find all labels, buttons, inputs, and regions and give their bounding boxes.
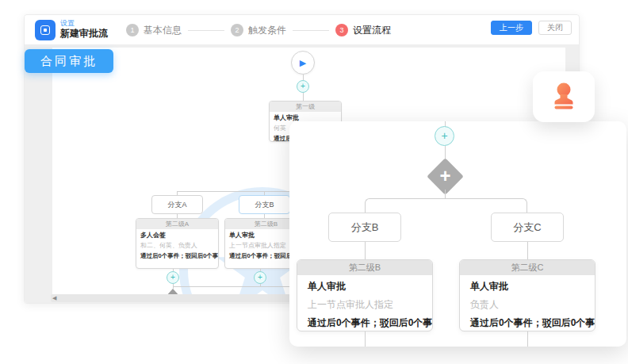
node-approval-type: 多人会签	[136, 229, 218, 239]
node-assignee: 和二、何英、负责人	[136, 239, 218, 250]
plus-icon: +	[301, 82, 305, 90]
scrollbar-left-icon: ◀	[52, 295, 56, 301]
branch-a-label: 分支A	[167, 200, 186, 210]
add-node-button[interactable]: +	[167, 271, 179, 284]
connector-line	[445, 190, 446, 198]
branch-connector-right	[445, 198, 527, 213]
step-1-label: 基本信息	[144, 24, 182, 37]
play-icon: ▶	[300, 58, 306, 68]
node-events: 通过后0个事件；驳回后0个事件	[297, 312, 432, 330]
plus-icon: +	[170, 273, 175, 282]
connector-line	[365, 242, 366, 259]
node-approval-type: 单人审批	[460, 275, 595, 293]
step-indicator: 1 基本信息 2 触发条件 3 设置流程	[126, 15, 391, 45]
page-title: 新建审批流	[60, 28, 108, 40]
approval-app-icon	[35, 20, 56, 40]
close-button[interactable]: 关闭	[538, 21, 572, 35]
stamp-mini-icon	[40, 25, 50, 35]
node-card-level2a[interactable]: 第二级A 多人会签 和二、何英、负责人 通过后0个事件；驳回后0个事件	[136, 218, 219, 269]
add-node-button[interactable]: +	[254, 271, 266, 284]
window-title-block: 设置 新建审批流	[60, 19, 108, 40]
node-card-header: 第一级	[270, 102, 341, 112]
step-basic-info[interactable]: 1 基本信息	[126, 24, 182, 37]
flow-name-label: 合同审批	[40, 54, 98, 69]
branch-b-label: 分支B	[351, 220, 379, 235]
node-card-level2c-large[interactable]: 第二级C 单人审批 负责人 通过后0个事件；驳回后0个事件	[459, 259, 595, 331]
step-connector	[293, 30, 329, 31]
branch-c-box-large[interactable]: 分支C	[491, 213, 564, 242]
connector-line	[365, 331, 366, 347]
connector-line	[527, 331, 528, 347]
connector-line	[303, 93, 304, 101]
step-set-process[interactable]: 3 设置流程	[335, 24, 391, 37]
breadcrumb-category: 设置	[60, 19, 108, 28]
node-approval-type: 单人审批	[297, 275, 432, 293]
step-3-circle: 3	[335, 24, 348, 36]
node-card-header: 第二级C	[460, 260, 595, 275]
plus-icon: +	[258, 273, 262, 282]
zoom-detail-panel: + + 分支B 分支C 第二级B 单人审批 上一节点审批人指定 通过后0个事件；…	[289, 121, 626, 347]
previous-step-button[interactable]: 上一步	[491, 21, 532, 35]
branch-connector-left	[365, 198, 445, 213]
node-card-header: 第二级B	[297, 260, 432, 275]
step-trigger-conditions[interactable]: 2 触发条件	[231, 24, 286, 37]
branch-a-box[interactable]: 分支A	[151, 195, 203, 214]
page: 设置 新建审批流 1 基本信息 2 触发条件 3 设置流程	[0, 0, 628, 364]
node-card-level2b-large[interactable]: 第二级B 单人审批 上一节点审批人指定 通过后0个事件；驳回后0个事件	[297, 259, 433, 331]
add-node-button-large[interactable]: +	[435, 126, 454, 146]
stamp-icon-card	[533, 71, 595, 122]
connector-line	[527, 242, 528, 259]
branch-b-label: 分支B	[255, 200, 274, 210]
node-assignee: 负责人	[460, 293, 595, 312]
topbar-buttons: 上一步 关闭	[491, 21, 572, 35]
node-events: 通过后0个事件；驳回后0个事件	[136, 250, 218, 260]
plus-icon: +	[432, 163, 458, 190]
window-topbar: 设置 新建审批流 1 基本信息 2 触发条件 3 设置流程	[25, 15, 579, 45]
branch-b-box-large[interactable]: 分支B	[328, 213, 401, 242]
flow-name-tag: 合同审批	[25, 49, 113, 73]
step-2-label: 触发条件	[248, 24, 286, 37]
stamp-icon	[548, 81, 580, 113]
branch-c-label: 分支C	[513, 220, 541, 235]
step-connector	[188, 30, 224, 31]
step-1-circle: 1	[126, 24, 139, 36]
branch-b-box[interactable]: 分支B	[239, 195, 290, 214]
add-node-button[interactable]: +	[297, 80, 309, 93]
node-card-header: 第二级A	[136, 219, 218, 229]
node-events: 通过后0个事件；驳回后0个事件	[460, 312, 595, 330]
plus-icon: +	[441, 129, 447, 142]
start-node[interactable]: ▶	[291, 51, 315, 75]
connector-line	[303, 75, 304, 80]
node-assignee: 上一节点审批人指定	[297, 293, 432, 312]
step-2-circle: 2	[231, 24, 243, 36]
step-3-label: 设置流程	[353, 24, 391, 37]
